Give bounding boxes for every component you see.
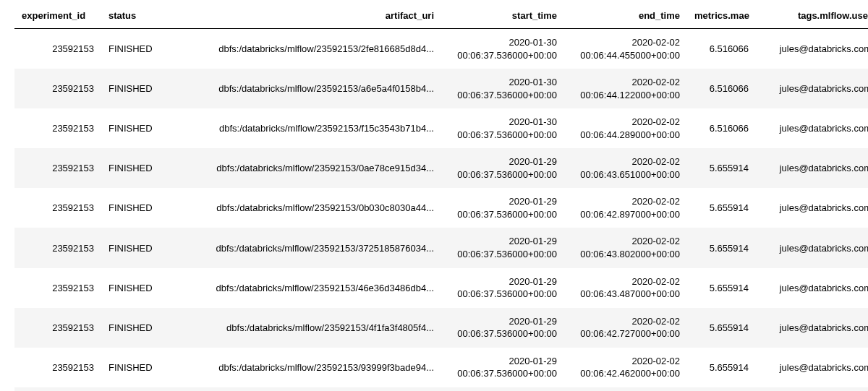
- cell-status: FINISHED: [101, 387, 166, 391]
- cell-start-ts: 00:06:37.536000+00:00: [448, 248, 557, 261]
- cell-artifact-uri: dbfs:/databricks/mlflow/23592153/93999f3…: [166, 348, 441, 387]
- col-header-end-time: end_time: [564, 6, 687, 29]
- cell-end-date: 2020-02-02: [571, 275, 680, 288]
- cell-end-time: 2020-02-0200:06:43.802000+00:00: [564, 228, 687, 267]
- cell-start-date: 2020-01-30: [448, 36, 557, 49]
- cell-experiment-id: 23592153: [14, 308, 101, 348]
- cell-experiment-id: 23592153: [14, 348, 101, 387]
- cell-metrics-mae: 5.655914: [687, 188, 756, 228]
- cell-artifact-uri: dbfs:/databricks/mlflow/23592153/0b030c8…: [166, 188, 441, 228]
- table-row: 23592153FINISHEDdbfs:/databricks/mlflow/…: [14, 69, 868, 108]
- cell-end-date: 2020-02-02: [571, 116, 680, 129]
- cell-end-time: 2020-02-0200:06:44.122000+00:00: [564, 69, 687, 108]
- cell-metrics-mae: 6.516066: [687, 108, 756, 148]
- cell-start-date: 2020-01-29: [448, 275, 557, 288]
- table-row: 23592153FINISHEDdbfs:/databricks/mlflow/…: [14, 387, 868, 391]
- cell-end-ts: 00:06:43.802000+00:00: [571, 248, 680, 261]
- cell-experiment-id: 23592153: [14, 228, 101, 267]
- cell-experiment-id: 23592153: [14, 268, 101, 308]
- cell-user: jules@databricks.com: [756, 108, 868, 148]
- cell-start-time: 2020-01-2900:06:37.536000+00:00: [441, 387, 564, 391]
- cell-start-ts: 00:06:37.536000+00:00: [448, 367, 557, 380]
- cell-start-time: 2020-01-2900:06:37.536000+00:00: [441, 148, 564, 188]
- cell-metrics-mae: 5.655914: [687, 387, 756, 391]
- cell-start-date: 2020-01-29: [448, 355, 557, 368]
- table-row: 23592153FINISHEDdbfs:/databricks/mlflow/…: [14, 228, 868, 267]
- cell-end-ts: 00:06:42.462000+00:00: [571, 367, 680, 380]
- cell-start-time: 2020-01-2900:06:37.536000+00:00: [441, 348, 564, 387]
- cell-end-ts: 00:06:44.122000+00:00: [571, 89, 680, 102]
- col-header-start-time: start_time: [441, 6, 564, 29]
- cell-end-time: 2020-02-0200:06:42.897000+00:00: [564, 188, 687, 228]
- col-header-tags-user: tags.mlflow.user: [756, 6, 868, 29]
- cell-end-time: 2020-02-0200:06:42.727000+00:00: [564, 308, 687, 348]
- cell-metrics-mae: 5.655914: [687, 148, 756, 188]
- cell-user: jules@databricks.com: [756, 188, 868, 228]
- cell-end-ts: 00:06:44.455000+00:00: [571, 49, 680, 62]
- cell-status: FINISHED: [101, 148, 166, 188]
- cell-artifact-uri: dbfs:/databricks/mlflow/23592153/a6e5a4f…: [166, 69, 441, 108]
- cell-experiment-id: 23592153: [14, 108, 101, 148]
- cell-end-time: 2020-02-0200:06:43.487000+00:00: [564, 268, 687, 308]
- cell-start-date: 2020-01-30: [448, 76, 557, 89]
- cell-status: FINISHED: [101, 268, 166, 308]
- cell-artifact-uri: dbfs:/databricks/mlflow/23592153/4f1fa3f…: [166, 308, 441, 348]
- table-row: 23592153FINISHEDdbfs:/databricks/mlflow/…: [14, 148, 868, 188]
- cell-end-date: 2020-02-02: [571, 195, 680, 208]
- cell-start-time: 2020-01-2900:06:37.536000+00:00: [441, 188, 564, 228]
- cell-artifact-uri: dbfs:/databricks/mlflow/23592153/2fe8166…: [166, 29, 441, 69]
- cell-end-date: 2020-02-02: [571, 315, 680, 328]
- cell-end-ts: 00:06:42.897000+00:00: [571, 208, 680, 221]
- cell-end-ts: 00:06:43.651000+00:00: [571, 168, 680, 181]
- cell-experiment-id: 23592153: [14, 69, 101, 108]
- cell-start-ts: 00:06:37.536000+00:00: [448, 208, 557, 221]
- cell-start-time: 2020-01-3000:06:37.536000+00:00: [441, 69, 564, 108]
- cell-status: FINISHED: [101, 308, 166, 348]
- cell-start-time: 2020-01-3000:06:37.536000+00:00: [441, 29, 564, 69]
- cell-start-date: 2020-01-29: [448, 155, 557, 168]
- cell-end-ts: 00:06:44.289000+00:00: [571, 129, 680, 142]
- col-header-experiment-id: experiment_id: [14, 6, 101, 29]
- cell-user: jules@databricks.com: [756, 69, 868, 108]
- cell-user: jules@databricks.com: [756, 228, 868, 267]
- table-row: 23592153FINISHEDdbfs:/databricks/mlflow/…: [14, 188, 868, 228]
- col-header-metrics-mae: metrics.mae: [687, 6, 756, 29]
- cell-end-time: 2020-02-0200:06:43.966000+00:00: [564, 387, 687, 391]
- col-header-artifact-uri: artifact_uri: [166, 6, 441, 29]
- cell-end-time: 2020-02-0200:06:42.462000+00:00: [564, 348, 687, 387]
- cell-status: FINISHED: [101, 228, 166, 267]
- cell-start-date: 2020-01-29: [448, 195, 557, 208]
- cell-metrics-mae: 6.516066: [687, 29, 756, 69]
- cell-end-time: 2020-02-0200:06:44.455000+00:00: [564, 29, 687, 69]
- cell-user: jules@databricks.com: [756, 308, 868, 348]
- cell-status: FINISHED: [101, 188, 166, 228]
- cell-end-ts: 00:06:43.487000+00:00: [571, 288, 680, 301]
- cell-start-ts: 00:06:37.536000+00:00: [448, 168, 557, 181]
- cell-start-ts: 00:06:37.536000+00:00: [448, 129, 557, 142]
- cell-status: FINISHED: [101, 69, 166, 108]
- cell-metrics-mae: 5.655914: [687, 348, 756, 387]
- table-row: 23592153FINISHEDdbfs:/databricks/mlflow/…: [14, 268, 868, 308]
- cell-start-ts: 00:06:37.536000+00:00: [448, 327, 557, 340]
- cell-user: jules@databricks.com: [756, 148, 868, 188]
- cell-end-date: 2020-02-02: [571, 155, 680, 168]
- cell-experiment-id: 23592153: [14, 387, 101, 391]
- cell-user: jules@databricks.com: [756, 348, 868, 387]
- cell-status: FINISHED: [101, 29, 166, 69]
- cell-start-ts: 00:06:37.536000+00:00: [448, 288, 557, 301]
- cell-start-date: 2020-01-29: [448, 315, 557, 328]
- cell-start-time: 2020-01-2900:06:37.536000+00:00: [441, 228, 564, 267]
- table-body: 23592153FINISHEDdbfs:/databricks/mlflow/…: [14, 29, 868, 392]
- cell-status: FINISHED: [101, 348, 166, 387]
- cell-experiment-id: 23592153: [14, 188, 101, 228]
- cell-experiment-id: 23592153: [14, 148, 101, 188]
- cell-experiment-id: 23592153: [14, 29, 101, 69]
- cell-artifact-uri: dbfs:/databricks/mlflow/23592153/ac20e1e…: [166, 387, 441, 391]
- cell-user: jules@databricks.com: [756, 29, 868, 69]
- cell-user: jules@databricks.com: [756, 268, 868, 308]
- col-header-status: status: [101, 6, 166, 29]
- cell-end-date: 2020-02-02: [571, 36, 680, 49]
- cell-end-date: 2020-02-02: [571, 76, 680, 89]
- cell-status: FINISHED: [101, 108, 166, 148]
- table-header: experiment_id status artifact_uri start_…: [14, 6, 868, 29]
